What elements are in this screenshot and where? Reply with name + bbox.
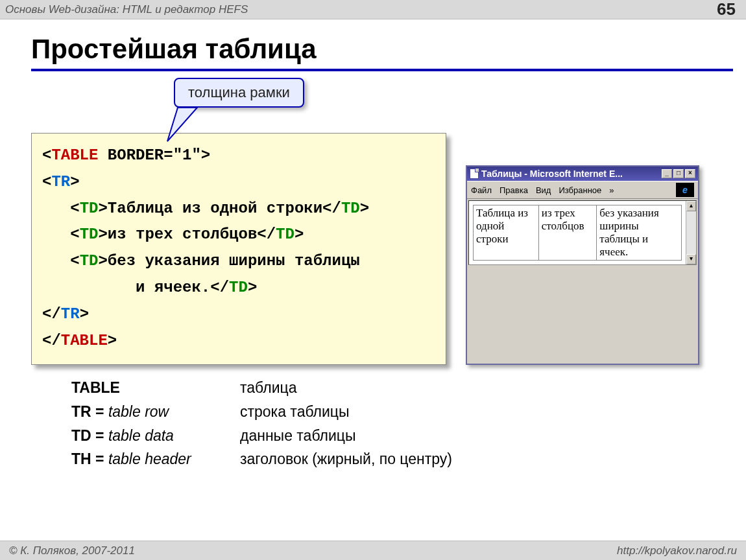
maximize-button[interactable]: □ [673, 169, 684, 178]
code-block: <TABLE BORDER="1"> <TR> <TD>Таблица из о… [31, 133, 446, 365]
code-text: и ячеек. [136, 279, 210, 296]
glossary-def: таблица [240, 376, 296, 400]
browser-content: Таблица из одной строки из трех столбцов… [469, 201, 686, 264]
menu-view[interactable]: Вид [536, 185, 551, 195]
menu-fav[interactable]: Избранное [559, 185, 601, 195]
table-cell: без указания ширины таблицы и ячеек. [597, 205, 682, 261]
browser-window: Таблицы - Microsoft Internet E... _ □ × … [466, 165, 699, 365]
glossary-term: TR = [71, 403, 108, 420]
code-text: без указания ширины таблицы [108, 252, 360, 270]
footer-right: http://kpolyakov.narod.ru [617, 544, 737, 557]
footer-left: © К. Поляков, 2007-2011 [9, 544, 135, 557]
browser-menubar: Файл Правка Вид Избранное » e [467, 181, 698, 199]
glossary-row: TD = table data данные таблицы [71, 424, 452, 448]
minimize-button[interactable]: _ [662, 169, 672, 178]
glossary-def: строка таблицы [240, 400, 350, 424]
slide-title: Простейшая таблица [31, 34, 746, 65]
close-button[interactable]: × [685, 169, 695, 178]
browser-title: Таблицы - Microsoft Internet E... [481, 169, 623, 179]
table-cell: Таблица из одной строки [474, 205, 539, 261]
glossary-row: TR = table row строка таблицы [71, 400, 452, 424]
code-tag-table: TABLE [51, 146, 98, 164]
glossary-def: заголовок (жирный, по центру) [240, 447, 452, 471]
title-underline [31, 69, 733, 71]
code-text: из трех столбцов [108, 226, 257, 243]
ie-logo-icon: e [676, 183, 694, 197]
table-cell: из трех столбцов [538, 205, 597, 261]
browser-titlebar: Таблицы - Microsoft Internet E... _ □ × [467, 167, 698, 181]
glossary-row: TH = table header заголовок (жирный, по … [71, 447, 452, 471]
glossary-def: данные таблицы [240, 424, 356, 448]
glossary-row: TABLE таблица [71, 376, 452, 400]
glossary-term: TABLE [71, 379, 120, 396]
code-tag-td: TD [80, 200, 99, 217]
svg-marker-0 [167, 108, 197, 141]
glossary: TABLE таблица TR = table row строка табл… [71, 376, 452, 471]
scrollbar[interactable]: ▴ ▾ [686, 201, 696, 264]
glossary-term: TH = [71, 450, 108, 467]
menu-more[interactable]: » [609, 185, 614, 195]
page-number: 65 [717, 0, 736, 19]
code-tag-tr: TR [51, 173, 70, 191]
menu-edit[interactable]: Правка [499, 185, 528, 195]
footer-bar: © К. Поляков, 2007-2011 http://kpolyakov… [0, 541, 746, 560]
callout: толщина рамки [174, 78, 304, 108]
page-icon [470, 169, 479, 179]
scroll-down-icon[interactable]: ▾ [686, 254, 696, 264]
callout-arrow-icon [158, 101, 210, 146]
rendered-table: Таблица из одной строки из трех столбцов… [473, 205, 682, 261]
code-attr: BORDER="1"> [98, 146, 210, 164]
header-bar: Основы Web-дизайна: HTML и редактор HEFS… [0, 0, 746, 19]
code-text: Таблица из одной строки [108, 200, 322, 217]
header-title: Основы Web-дизайна: HTML и редактор HEFS [5, 3, 248, 16]
scroll-up-icon[interactable]: ▴ [686, 201, 696, 211]
menu-file[interactable]: Файл [471, 185, 492, 195]
window-controls: _ □ × [662, 169, 695, 178]
glossary-term: TD = [71, 427, 108, 444]
